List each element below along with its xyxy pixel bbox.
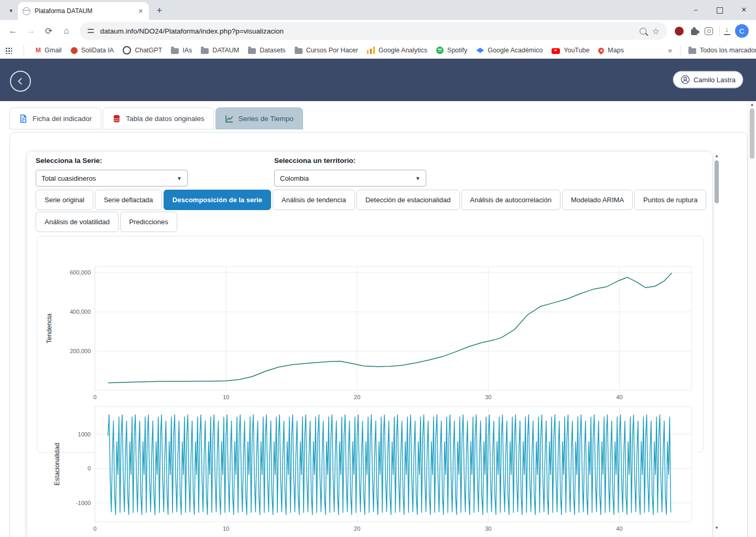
bookmark-analytics[interactable]: Google Analytics <box>367 47 427 54</box>
site-info-icon[interactable] <box>87 27 94 35</box>
scrollbar-thumb[interactable] <box>750 108 754 159</box>
subtab-deteccion-estacionalidad[interactable]: Detección de estacionalidad <box>357 190 460 210</box>
forward-icon[interactable]: → <box>23 23 39 39</box>
folder-icon <box>201 48 209 54</box>
gmail-icon: M <box>36 47 41 54</box>
bookmark-maps[interactable]: Maps <box>598 47 624 54</box>
svg-text:40: 40 <box>616 394 622 400</box>
tab-close-icon[interactable]: ✕ <box>137 8 144 15</box>
bookmarks-overflow-icon[interactable]: » <box>668 46 672 54</box>
bookmark-label: YouTube <box>564 47 589 54</box>
bookmark-cursos[interactable]: Cursos Por Hacer <box>295 47 358 54</box>
browser-tab[interactable]: Plataforma DATAUM ✕ <box>18 2 149 20</box>
user-menu-button[interactable]: Camilo Lastra <box>674 72 742 87</box>
scroll-down-icon[interactable]: ▼ <box>713 525 720 530</box>
svg-text:30: 30 <box>485 394 491 400</box>
all-bookmarks-label: Todos los marcadores <box>700 47 756 54</box>
minimize-button[interactable]: – <box>684 0 708 20</box>
user-name: Camilo Lastra <box>694 76 736 84</box>
scroll-up-icon[interactable]: ▲ <box>713 154 720 158</box>
all-bookmarks-folder[interactable]: Todos los marcadores <box>688 47 756 54</box>
close-button[interactable]: ✕ <box>732 0 756 20</box>
bookmark-label: Spotify <box>447 47 467 54</box>
scholar-icon <box>476 48 484 54</box>
subtab-autocorrelacion[interactable]: Análisis de autocorrelación <box>461 190 560 210</box>
territory-select-value: Colombia <box>280 174 309 182</box>
folder-icon <box>295 48 303 54</box>
folder-icon <box>688 48 696 54</box>
bookmark-dataum[interactable]: DATAUM <box>201 47 239 54</box>
bookmark-label: Maps <box>608 47 624 54</box>
user-avatar-icon <box>681 75 690 84</box>
subtab-serie-original[interactable]: Serie original <box>36 190 93 210</box>
tab-tabla-de-datos[interactable]: Tabla de datos originales <box>103 107 213 129</box>
maximize-button[interactable] <box>708 0 732 20</box>
spotify-icon <box>436 47 444 54</box>
subtab-volatilidad[interactable]: Análisis de volatilidad <box>36 212 118 232</box>
extensions-icon[interactable] <box>691 29 697 35</box>
app-back-button[interactable] <box>10 71 31 92</box>
screenshot-lens-icon[interactable] <box>705 27 713 35</box>
bookmark-label: ChatGPT <box>135 47 162 54</box>
territory-select[interactable]: Colombia ▼ <box>274 170 426 187</box>
tab-series-de-tiempo[interactable]: Series de Tiempo <box>215 107 303 129</box>
svg-text:1000: 1000 <box>78 431 91 437</box>
scroll-up-icon[interactable]: ▲ <box>748 102 756 107</box>
filters: Selecciona la Serie: Total cuasidineros … <box>36 157 426 187</box>
bookmark-star-icon[interactable]: ☆ <box>652 26 660 36</box>
bookmark-solidata[interactable]: SoliData IA <box>71 47 114 54</box>
bookmarks-overflow: » Todos los marcadores <box>666 42 756 59</box>
bookmark-ias[interactable]: IAs <box>171 47 192 54</box>
solidata-icon <box>71 47 78 54</box>
decomposition-charts: 010203040200,000400,000600,000Tendencia0… <box>37 236 703 537</box>
zoom-icon[interactable] <box>640 28 646 35</box>
apps-grid-icon[interactable] <box>5 47 12 54</box>
card-scrollbar[interactable]: ▲ ▼ <box>713 154 720 530</box>
bookmark-spotify[interactable]: Spotify <box>436 47 467 54</box>
territory-filter: Selecciona un territorio: Colombia ▼ <box>274 157 426 187</box>
bookmark-youtube[interactable]: YouTube <box>552 47 589 54</box>
bookmark-chatgpt[interactable]: ChatGPT <box>123 46 162 54</box>
page-scrollbar[interactable]: ▲ <box>748 101 756 537</box>
reload-icon[interactable]: ⟳ <box>41 23 57 39</box>
bookmark-label: Gmail <box>45 47 62 54</box>
bookmark-scholar[interactable]: Google Académico <box>476 47 543 54</box>
database-icon <box>112 114 121 123</box>
subtab-serie-deflactada[interactable]: Serie deflactada <box>95 190 162 210</box>
downloads-icon[interactable] <box>722 26 732 36</box>
serie-filter-label: Selecciona la Serie: <box>36 157 188 165</box>
svg-text:10: 10 <box>223 525 229 532</box>
home-icon[interactable]: ⌂ <box>59 23 74 39</box>
browser-tabstrip: ▾ Plataforma DATAUM ✕ + – ✕ <box>0 0 756 20</box>
serie-select[interactable]: Total cuasidineros ▼ <box>36 170 188 187</box>
subtab-modelado-arima[interactable]: Modelado ARIMA <box>562 190 633 210</box>
bookmarks-divider <box>24 46 24 55</box>
subtab-analisis-tendencia[interactable]: Análisis de tendencia <box>273 190 355 210</box>
maps-icon <box>597 47 606 55</box>
browser-toolbar: ← → ⟳ ⌂ dataum.info/NDO24/Plataforma/ind… <box>0 20 756 42</box>
subtab-puntos-ruptura[interactable]: Puntos de ruptura <box>634 190 706 210</box>
svg-text:0: 0 <box>93 394 96 400</box>
profile-avatar[interactable]: C <box>735 24 749 38</box>
tab-search-icon[interactable]: ▾ <box>4 3 18 18</box>
scrollbar-thumb[interactable] <box>715 160 719 203</box>
new-tab-button[interactable]: + <box>152 3 167 18</box>
tab-ficha-del-indicador[interactable]: Ficha del indicador <box>9 107 101 129</box>
svg-text:400,000: 400,000 <box>70 309 91 315</box>
url-bar[interactable]: dataum.info/NDO24/Plataforma/index.php?p… <box>80 22 667 40</box>
adblock-extension-icon[interactable] <box>675 27 684 36</box>
analytics-icon <box>367 47 375 54</box>
svg-text:Tendencia: Tendencia <box>46 313 53 343</box>
svg-text:600,000: 600,000 <box>70 269 91 276</box>
chevron-left-icon <box>16 76 25 86</box>
bookmark-datasets[interactable]: Datasets <box>248 47 285 54</box>
caret-down-icon: ▼ <box>415 176 420 181</box>
svg-text:30: 30 <box>485 525 491 532</box>
back-icon[interactable]: ← <box>5 23 21 39</box>
svg-text:-1000: -1000 <box>76 500 91 506</box>
document-icon <box>19 114 28 123</box>
analysis-subtabs: Serie original Serie deflactada Descompo… <box>36 190 712 232</box>
bookmark-gmail[interactable]: MGmail <box>36 47 62 54</box>
subtab-predicciones[interactable]: Predicciones <box>120 212 177 232</box>
subtab-descomposicion[interactable]: Descomposición de la serie <box>164 190 271 210</box>
